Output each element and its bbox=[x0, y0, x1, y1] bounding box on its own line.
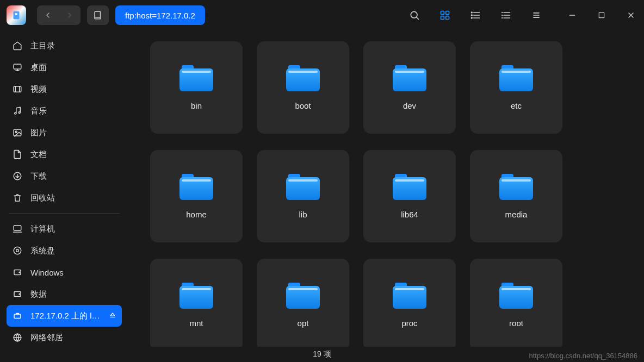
sidebar: 主目录桌面视频音乐图片文档下载回收站 计算机系统盘Windows数据 172.1… bbox=[0, 30, 128, 347]
folder-tile[interactable]: opt bbox=[257, 259, 349, 347]
sidebar-separator bbox=[9, 213, 120, 214]
sidebar-item-label: 图片 bbox=[30, 128, 116, 138]
nav-group bbox=[37, 5, 81, 25]
folder-label: boot bbox=[295, 101, 311, 110]
sidebar-item-label: 音乐 bbox=[30, 106, 116, 116]
folder-label: lib64 bbox=[401, 210, 418, 219]
forward-button[interactable] bbox=[59, 5, 81, 25]
disk-icon bbox=[12, 267, 23, 277]
svg-rect-5 bbox=[446, 11, 449, 15]
folder-icon bbox=[286, 283, 320, 309]
folder-label: proc bbox=[401, 319, 417, 328]
folder-icon bbox=[499, 283, 533, 309]
maximize-button[interactable] bbox=[595, 9, 608, 22]
svg-rect-47 bbox=[14, 314, 21, 319]
sidebar-item-label: Windows bbox=[30, 268, 116, 277]
image-icon bbox=[12, 128, 23, 138]
view-grid-icon[interactable] bbox=[437, 8, 453, 23]
network-icon bbox=[12, 333, 23, 342]
sidebar-item-label: 系统盘 bbox=[30, 246, 116, 256]
svg-point-46 bbox=[19, 294, 20, 295]
svg-point-36 bbox=[15, 131, 17, 133]
folder-label: lib bbox=[299, 210, 307, 219]
sidebar-item-disk[interactable]: 数据 bbox=[7, 283, 122, 305]
home-icon bbox=[12, 41, 23, 51]
sidebar-item-label: 回收站 bbox=[30, 193, 116, 203]
status-text: 19 项 bbox=[313, 349, 331, 359]
search-icon[interactable] bbox=[407, 8, 422, 23]
svg-point-41 bbox=[14, 247, 21, 254]
folder-label: opt bbox=[298, 319, 309, 328]
content-area[interactable]: binbootdevetchomeliblib64mediamntoptproc… bbox=[128, 30, 644, 347]
folder-tile[interactable]: boot bbox=[257, 41, 349, 134]
status-bar: 19 项 https://blog.csdn.net/qq_36154886 bbox=[0, 347, 644, 362]
sidebar-item-image[interactable]: 图片 bbox=[7, 122, 122, 143]
svg-rect-30 bbox=[14, 86, 21, 92]
trash-icon bbox=[12, 193, 23, 203]
folder-icon bbox=[179, 65, 213, 91]
sidebar-item-music[interactable]: 音乐 bbox=[7, 100, 122, 122]
sidebar-item-system-disk[interactable]: 系统盘 bbox=[7, 240, 122, 261]
folder-tile[interactable]: home bbox=[150, 150, 243, 242]
music-icon bbox=[12, 106, 23, 116]
sidebar-item-document[interactable]: 文档 bbox=[7, 143, 122, 165]
sidebar-item-computer[interactable]: 计算机 bbox=[7, 218, 122, 240]
download-icon bbox=[12, 171, 23, 181]
folder-icon bbox=[179, 283, 213, 309]
eject-icon[interactable] bbox=[109, 311, 116, 321]
svg-marker-48 bbox=[110, 313, 115, 315]
document-icon bbox=[12, 149, 23, 159]
svg-rect-1 bbox=[15, 13, 17, 15]
folder-tile[interactable]: lib64 bbox=[363, 150, 456, 242]
sidebar-item-home[interactable]: 主目录 bbox=[7, 35, 122, 57]
sidebar-item-network[interactable]: 网络邻居 bbox=[7, 327, 122, 347]
folder-icon bbox=[393, 174, 426, 200]
folder-tile[interactable]: mnt bbox=[150, 259, 243, 347]
sidebar-item-desktop[interactable]: 桌面 bbox=[7, 57, 122, 78]
folder-label: media bbox=[505, 210, 528, 219]
svg-rect-24 bbox=[599, 13, 604, 17]
sidebar-item-video[interactable]: 视频 bbox=[7, 78, 122, 100]
folder-icon bbox=[499, 174, 533, 200]
minimize-button[interactable] bbox=[566, 9, 579, 22]
folder-label: home bbox=[186, 210, 207, 219]
main: 主目录桌面视频音乐图片文档下载回收站 计算机系统盘Windows数据 172.1… bbox=[0, 30, 644, 347]
folder-icon bbox=[393, 283, 426, 309]
back-button[interactable] bbox=[37, 5, 59, 25]
folder-label: dev bbox=[403, 101, 416, 110]
address-text: ftp:host=172.17.0.2 bbox=[125, 11, 195, 20]
svg-point-12 bbox=[472, 15, 473, 16]
menu-icon[interactable] bbox=[529, 8, 544, 23]
book-button[interactable] bbox=[87, 5, 109, 25]
svg-point-42 bbox=[16, 249, 19, 252]
sidebar-item-disk[interactable]: Windows bbox=[7, 261, 122, 283]
view-list-icon[interactable] bbox=[468, 8, 483, 23]
disk-icon bbox=[12, 289, 23, 299]
sidebar-item-remote[interactable]: 172.17.0.2 上的 li… bbox=[7, 305, 122, 327]
address-bar[interactable]: ftp:host=172.17.0.2 bbox=[115, 5, 205, 25]
close-button[interactable] bbox=[624, 9, 637, 22]
folder-label: etc bbox=[511, 101, 522, 110]
view-compact-icon[interactable] bbox=[498, 8, 513, 23]
folder-label: mnt bbox=[189, 319, 203, 328]
folder-label: root bbox=[509, 319, 523, 328]
system-disk-icon bbox=[12, 246, 23, 255]
svg-rect-39 bbox=[14, 226, 21, 230]
svg-point-33 bbox=[15, 113, 16, 114]
svg-line-3 bbox=[417, 17, 419, 20]
video-icon bbox=[12, 84, 23, 94]
sidebar-item-label: 172.17.0.2 上的 li… bbox=[30, 311, 101, 321]
watermark-text: https://blog.csdn.net/qq_36154886 bbox=[529, 352, 638, 360]
folder-tile[interactable]: media bbox=[470, 150, 562, 242]
window-controls bbox=[566, 9, 637, 22]
folder-tile[interactable]: root bbox=[470, 259, 562, 347]
folder-tile[interactable]: bin bbox=[150, 41, 243, 134]
sidebar-item-label: 主目录 bbox=[30, 41, 116, 51]
folder-tile[interactable]: etc bbox=[470, 41, 562, 134]
sidebar-item-trash[interactable]: 回收站 bbox=[7, 187, 122, 209]
computer-icon bbox=[12, 224, 23, 234]
sidebar-item-download[interactable]: 下载 bbox=[7, 165, 122, 187]
folder-tile[interactable]: lib bbox=[257, 150, 349, 242]
folder-tile[interactable]: proc bbox=[363, 259, 456, 347]
folder-tile[interactable]: dev bbox=[363, 41, 456, 134]
